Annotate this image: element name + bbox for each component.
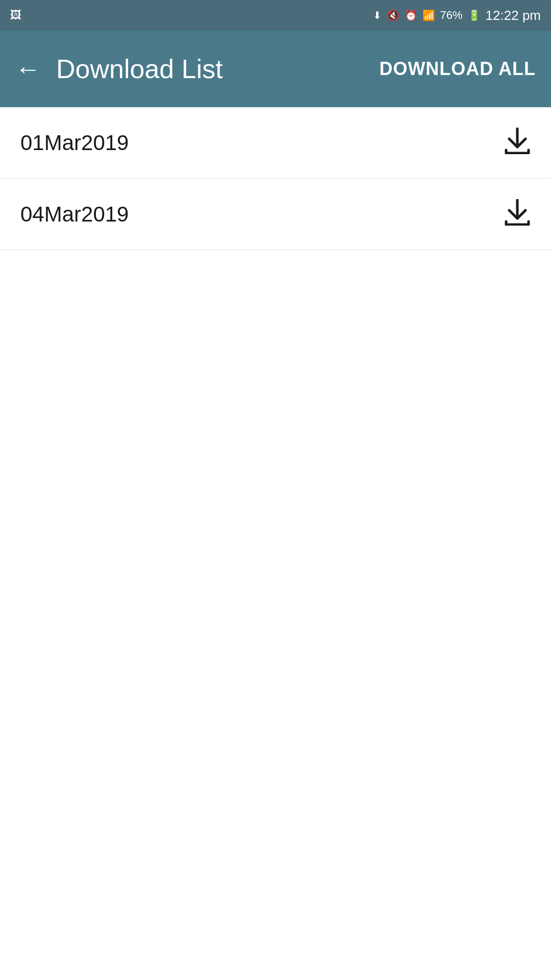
alarm-icon: ⏰: [405, 9, 417, 21]
list-item[interactable]: 04Mar2019: [0, 179, 551, 250]
status-bar-right: ⬇ 🔇 ⏰ 📶 76% 🔋 12:22 pm: [373, 8, 541, 23]
status-bar: 🖼 ⬇ 🔇 ⏰ 📶 76% 🔋 12:22 pm: [0, 0, 551, 31]
mute-icon: 🔇: [387, 9, 399, 21]
list-item-label: 01Mar2019: [20, 131, 129, 155]
signal-icon: 📶: [422, 9, 435, 21]
back-button[interactable]: ←: [15, 56, 41, 82]
app-bar-left: ← Download List: [15, 54, 223, 84]
download-icon[interactable]: [504, 128, 531, 158]
battery-icon: 🔋: [468, 9, 481, 21]
battery-text: 76%: [440, 9, 463, 22]
status-bar-left: 🖼: [10, 9, 21, 22]
download-icon[interactable]: [504, 199, 531, 230]
list-item[interactable]: 01Mar2019: [0, 107, 551, 179]
status-time: 12:22 pm: [486, 8, 541, 23]
download-list: 01Mar2019 04Mar2019: [0, 107, 551, 250]
page-title: Download List: [56, 54, 223, 84]
download-all-button[interactable]: DOWNLOAD ALL: [379, 58, 536, 80]
app-bar: ← Download List DOWNLOAD ALL: [0, 31, 551, 107]
image-icon: 🖼: [10, 9, 21, 22]
notification-icon: ⬇: [373, 9, 382, 21]
list-item-label: 04Mar2019: [20, 202, 129, 227]
